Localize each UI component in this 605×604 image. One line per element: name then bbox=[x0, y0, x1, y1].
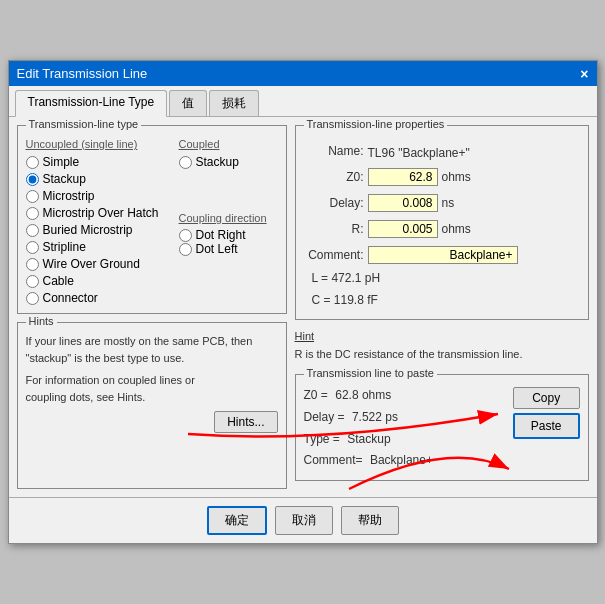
radio-dot-right[interactable]: Dot Right bbox=[179, 228, 267, 242]
help-button[interactable]: 帮助 bbox=[341, 506, 399, 535]
hint-text: R is the DC resistance of the transmissi… bbox=[295, 344, 589, 364]
hints-group: Hints If your lines are mostly on the sa… bbox=[17, 322, 287, 489]
tab-tl-type[interactable]: Transmission-Line Type bbox=[15, 90, 168, 117]
radio-dot-left[interactable]: Dot Left bbox=[179, 242, 267, 256]
radio-stripline[interactable]: Stripline bbox=[26, 240, 159, 254]
derived-values: L = 472.1 pH C = 119.8 fF bbox=[304, 268, 580, 311]
close-button[interactable]: × bbox=[580, 67, 588, 81]
z0-input[interactable] bbox=[368, 168, 438, 186]
tl-type-group-title: Transmission-line type bbox=[26, 118, 142, 130]
hints-button[interactable]: Hints... bbox=[214, 411, 277, 433]
hint-title: Hint bbox=[295, 330, 589, 342]
cancel-button[interactable]: 取消 bbox=[275, 506, 333, 535]
coupling-dir-title: Coupling direction bbox=[179, 212, 267, 224]
radio-microstrip[interactable]: Microstrip bbox=[26, 189, 159, 203]
radio-stackup[interactable]: Stackup bbox=[26, 172, 159, 186]
r-unit: ohms bbox=[442, 222, 472, 236]
footer: 确定 取消 帮助 bbox=[9, 497, 597, 543]
radio-microstrip-over-hatch[interactable]: Microstrip Over Hatch bbox=[26, 206, 159, 220]
r-input[interactable] bbox=[368, 220, 438, 238]
delay-unit: ns bbox=[442, 196, 472, 210]
hint-section: Hint R is the DC resistance of the trans… bbox=[295, 328, 589, 366]
tab-values[interactable]: 值 bbox=[169, 90, 207, 116]
comment-label: Comment: bbox=[304, 248, 364, 262]
name-label: Name: bbox=[304, 144, 364, 158]
delay-label: Delay: bbox=[304, 196, 364, 210]
comment-input[interactable] bbox=[368, 246, 518, 264]
tl-properties-group: Transmission-line properties Name: TL96 … bbox=[295, 125, 589, 320]
tl-type-group: Transmission-line type Uncoupled (single… bbox=[17, 125, 287, 314]
dialog-title: Edit Transmission Line bbox=[17, 66, 148, 81]
hints-group-title: Hints bbox=[26, 315, 57, 327]
hints-text: If your lines are mostly on the same PCB… bbox=[26, 329, 278, 405]
title-bar: Edit Transmission Line × bbox=[9, 61, 597, 86]
z0-unit: ohms bbox=[442, 170, 472, 184]
copy-button[interactable]: Copy bbox=[513, 387, 580, 409]
delay-input[interactable] bbox=[368, 194, 438, 212]
radio-buried-microstrip[interactable]: Buried Microstrip bbox=[26, 223, 159, 237]
z0-label: Z0: bbox=[304, 170, 364, 184]
coupled-title: Coupled bbox=[179, 138, 267, 150]
tab-loss[interactable]: 损耗 bbox=[209, 90, 259, 116]
radio-connector[interactable]: Connector bbox=[26, 291, 159, 305]
radio-cable[interactable]: Cable bbox=[26, 274, 159, 288]
tab-bar: Transmission-Line Type 值 损耗 bbox=[9, 86, 597, 117]
r-label: R: bbox=[304, 222, 364, 236]
paste-button[interactable]: Paste bbox=[513, 413, 580, 439]
name-value: TL96 "Backplane+" bbox=[368, 142, 470, 160]
uncoupled-title: Uncoupled (single line) bbox=[26, 138, 159, 150]
tl-properties-title: Transmission-line properties bbox=[304, 118, 448, 130]
paste-group-title: Transmission line to paste bbox=[304, 367, 437, 379]
confirm-button[interactable]: 确定 bbox=[207, 506, 267, 535]
radio-simple[interactable]: Simple bbox=[26, 155, 159, 169]
radio-wire-over-ground[interactable]: Wire Over Ground bbox=[26, 257, 159, 271]
radio-coupled-stackup[interactable]: Stackup bbox=[179, 155, 267, 169]
